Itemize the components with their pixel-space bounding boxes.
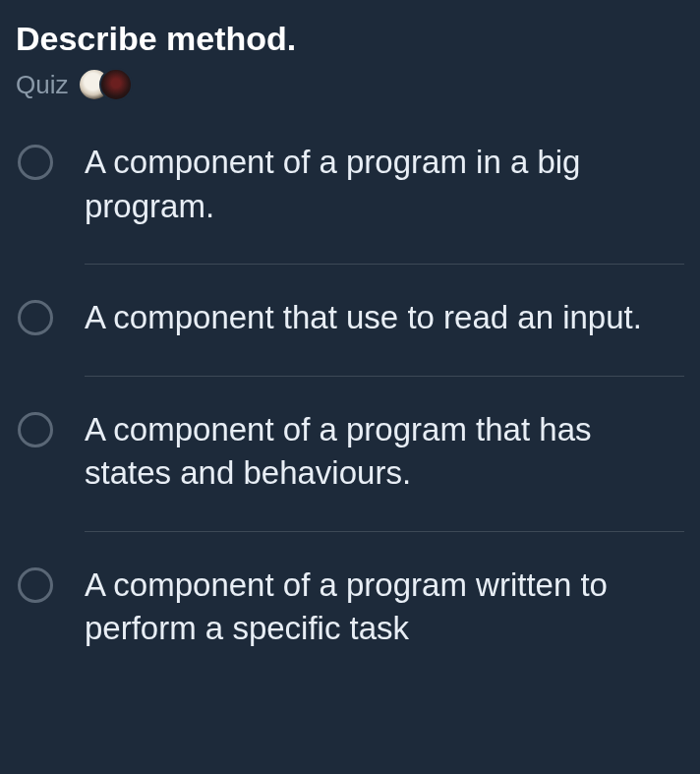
question-title: Describe method.: [16, 20, 684, 58]
avatar[interactable]: [99, 68, 133, 101]
option-text: A component of a program written to perf…: [85, 564, 684, 651]
option-text: A component of a program in a big progra…: [85, 141, 684, 228]
radio-icon[interactable]: [18, 145, 53, 180]
option-text: A component that use to read an input.: [85, 296, 684, 340]
radio-icon[interactable]: [18, 412, 53, 447]
options-list: A component of a program in a big progra…: [16, 141, 684, 686]
radio-icon[interactable]: [18, 300, 53, 335]
option-row[interactable]: A component of a program written to perf…: [16, 532, 684, 686]
option-row[interactable]: A component of a program in a big progra…: [16, 141, 684, 265]
option-text: A component of a program that has states…: [85, 408, 684, 496]
option-row[interactable]: A component of a program that has states…: [16, 377, 684, 532]
option-row[interactable]: A component that use to read an input.: [16, 265, 684, 377]
radio-icon[interactable]: [18, 567, 53, 603]
avatar-group: [78, 68, 133, 101]
quiz-type-label: Quiz: [16, 70, 68, 100]
subheader: Quiz: [16, 68, 684, 101]
quiz-container: Describe method. Quiz A component of a p…: [0, 0, 700, 686]
